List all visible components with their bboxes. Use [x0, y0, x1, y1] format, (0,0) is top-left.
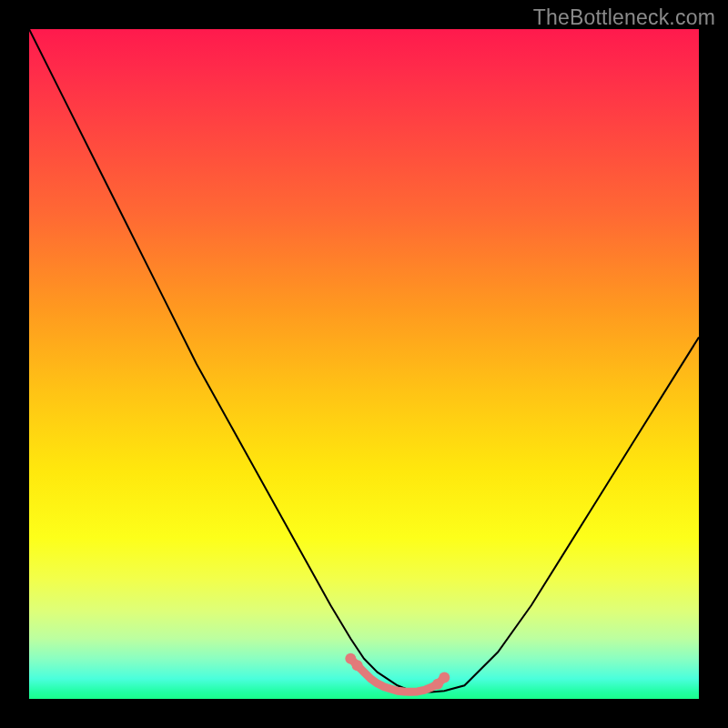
plot-area [29, 29, 699, 699]
highlight-dot [352, 660, 363, 671]
watermark-text: TheBottleneck.com [533, 5, 715, 30]
highlight-dot [439, 672, 450, 682]
curve-layer [29, 29, 699, 699]
bottleneck-curve [29, 29, 699, 693]
optimal-range-highlight [350, 659, 444, 693]
chart-frame: TheBottleneck.com [0, 0, 728, 728]
